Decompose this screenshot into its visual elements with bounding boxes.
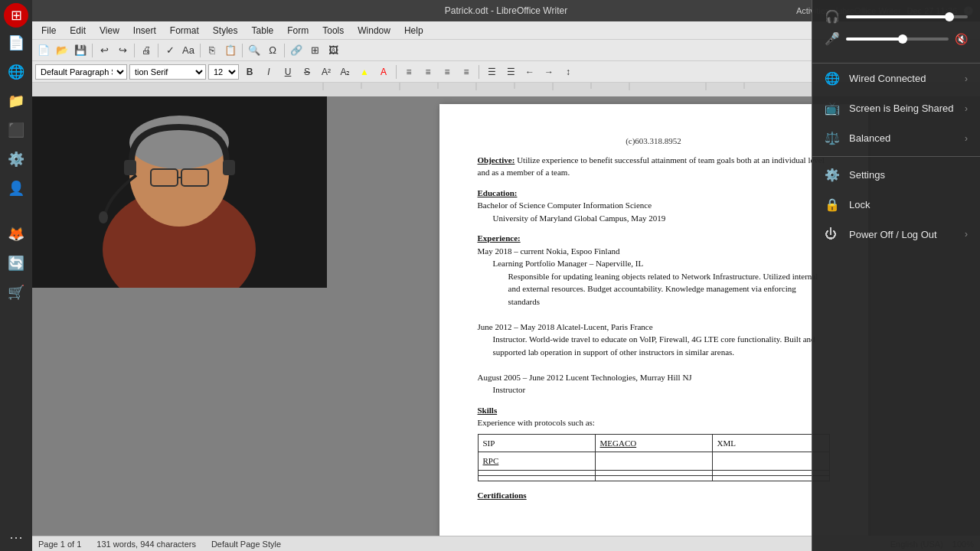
- wired-connected-label: Wired Connected: [849, 73, 956, 84]
- justify-button[interactable]: ≡: [458, 64, 475, 80]
- font-size-select[interactable]: 12 pt: [208, 64, 239, 80]
- sidebar-icon-browser[interactable]: 🌐: [2, 58, 30, 86]
- tb-insert-special[interactable]: Ω: [264, 42, 281, 59]
- popup-screen-sharing[interactable]: 📺 Screen is Being Shared ›: [812, 93, 980, 123]
- align-right-button[interactable]: ≡: [439, 64, 456, 80]
- power-label: Power Off / Log Out: [849, 229, 956, 240]
- popup-power[interactable]: ⏻ Power Off / Log Out ›: [812, 220, 980, 249]
- left-sidebar: ⊞ 📄 🌐 📁 ⬛ ⚙️ 👤 🦊 🔄 🛒 ⋯: [0, 0, 32, 551]
- highlight-button[interactable]: ▲: [356, 64, 373, 80]
- menu-tools[interactable]: Tools: [316, 24, 350, 37]
- sidebar-icon-contacts[interactable]: 👤: [2, 174, 30, 202]
- mic-slider[interactable]: [846, 37, 949, 41]
- bullets-button[interactable]: ☰: [483, 64, 500, 80]
- tb-table[interactable]: ⊞: [306, 42, 323, 59]
- word-count: 131 words, 944 characters: [96, 540, 196, 549]
- popup-lock[interactable]: 🔒 Lock: [812, 190, 980, 220]
- numbering-button[interactable]: ☰: [502, 64, 519, 80]
- menu-help[interactable]: Help: [398, 24, 430, 37]
- tb-undo[interactable]: ↩: [96, 42, 113, 59]
- sidebar-icon-terminal[interactable]: ⬛: [2, 116, 30, 144]
- table-row: [478, 470, 829, 475]
- app-title: Patrick.odt - LibreOffice Writer: [445, 5, 567, 16]
- screen-arrow-icon: ›: [965, 103, 968, 114]
- sidebar-icon-software[interactable]: 🛒: [2, 279, 30, 306]
- tb-sep3: [158, 44, 158, 57]
- sidebar-icon-update[interactable]: 🔄: [2, 249, 30, 277]
- tb-copy[interactable]: ⎘: [204, 42, 220, 59]
- font-select[interactable]: tion Serif: [129, 64, 206, 80]
- sidebar-icon-libreoffice[interactable]: 📄: [2, 29, 30, 57]
- cell-r3c1: [478, 470, 595, 475]
- tb-autocorrect[interactable]: Aa: [180, 42, 197, 59]
- font-color-button[interactable]: A: [375, 64, 392, 80]
- education-school: University of Maryland Global Campus, Ma…: [493, 212, 830, 225]
- linespacing-button[interactable]: ↕: [560, 64, 577, 80]
- strikethrough-button[interactable]: S: [299, 64, 315, 80]
- webcam-panel: [32, 96, 327, 288]
- headphone-slider[interactable]: [846, 15, 968, 18]
- skills-intro: Experience with protocols such as:: [478, 416, 830, 429]
- align-left-button[interactable]: ≡: [400, 64, 417, 80]
- popup-sep1: [812, 156, 980, 157]
- tb-spellcheck[interactable]: ✓: [162, 42, 178, 59]
- settings-label: Settings: [849, 169, 968, 181]
- menu-format[interactable]: Format: [164, 24, 205, 37]
- tb-print[interactable]: 🖨: [138, 42, 155, 59]
- italic-button[interactable]: I: [260, 64, 277, 80]
- job3-title: Instructor: [493, 383, 830, 396]
- menu-window[interactable]: Window: [351, 24, 397, 37]
- mic-fill: [846, 37, 903, 41]
- paragraph-style-select[interactable]: Default Paragraph Styl: [35, 64, 127, 80]
- align-center-button[interactable]: ≡: [420, 64, 436, 80]
- svg-point-21: [99, 211, 108, 223]
- tb-link[interactable]: 🔗: [288, 42, 305, 59]
- sidebar-icon-files[interactable]: 📁: [2, 87, 30, 115]
- sidebar-icon-system[interactable]: ⚙️: [2, 145, 30, 173]
- tb-redo[interactable]: ↪: [114, 42, 131, 59]
- headphone-knob: [945, 12, 954, 21]
- system-popup: 🎧 🎤 🔇 🌐 Wired Connected › 📺 Screen is Be…: [812, 0, 980, 551]
- tb-paste[interactable]: 📋: [222, 42, 239, 59]
- popup-wired-connected[interactable]: 🌐 Wired Connected ›: [812, 64, 980, 93]
- menu-view[interactable]: View: [93, 24, 126, 37]
- mute-button[interactable]: 🔇: [955, 33, 968, 45]
- tb-image[interactable]: 🖼: [325, 42, 341, 59]
- superscript-button[interactable]: A²: [318, 64, 335, 80]
- tb-sep5: [242, 44, 243, 57]
- popup-settings[interactable]: ⚙️ Settings: [812, 160, 980, 190]
- indent-less-button[interactable]: ←: [521, 64, 538, 80]
- table-row: [478, 475, 829, 481]
- fmt-sep2: [479, 65, 479, 79]
- activities-button[interactable]: ⊞: [4, 3, 28, 28]
- menu-file[interactable]: File: [35, 24, 62, 37]
- menu-table[interactable]: Table: [246, 24, 280, 37]
- tb-find[interactable]: 🔍: [246, 42, 263, 59]
- skills-label: Skills: [478, 406, 498, 415]
- menu-insert[interactable]: Insert: [127, 24, 162, 37]
- menu-edit[interactable]: Edit: [64, 24, 92, 37]
- tb-save[interactable]: 💾: [72, 42, 89, 59]
- sidebar-icon-firefox[interactable]: 🦊: [2, 220, 30, 248]
- indent-more-button[interactable]: →: [541, 64, 557, 80]
- job1-title: Learning Portfolio Manager – Naperville,…: [493, 257, 830, 270]
- menu-styles[interactable]: Styles: [207, 24, 244, 37]
- mic-knob: [898, 34, 907, 44]
- doc-objective: Objective: Utilize experience to benefit…: [478, 154, 830, 179]
- svg-point-15: [129, 116, 229, 169]
- tb-new[interactable]: 📄: [35, 42, 52, 59]
- education-degree: Bachelor of Science Computer Information…: [478, 199, 830, 212]
- cell-r4c1: [478, 475, 595, 481]
- menu-form[interactable]: Form: [281, 24, 315, 37]
- tb-open[interactable]: 📂: [54, 42, 70, 59]
- headphone-icon: 🎧: [825, 9, 840, 24]
- underline-button[interactable]: U: [279, 64, 296, 80]
- bold-button[interactable]: B: [241, 64, 258, 80]
- document-page[interactable]: (c)603.318.8952 Objective: Utilize exper…: [439, 104, 868, 536]
- volume-section: 🎧 🎤 🔇: [812, 0, 980, 64]
- popup-balanced[interactable]: ⚖️ Balanced ›: [812, 123, 980, 153]
- subscript-button[interactable]: A₂: [337, 64, 354, 80]
- sidebar-icon-apps[interactable]: ⋯: [2, 523, 30, 551]
- screen-sharing-label: Screen is Being Shared: [849, 103, 956, 114]
- experience-label: Experience:: [478, 233, 521, 243]
